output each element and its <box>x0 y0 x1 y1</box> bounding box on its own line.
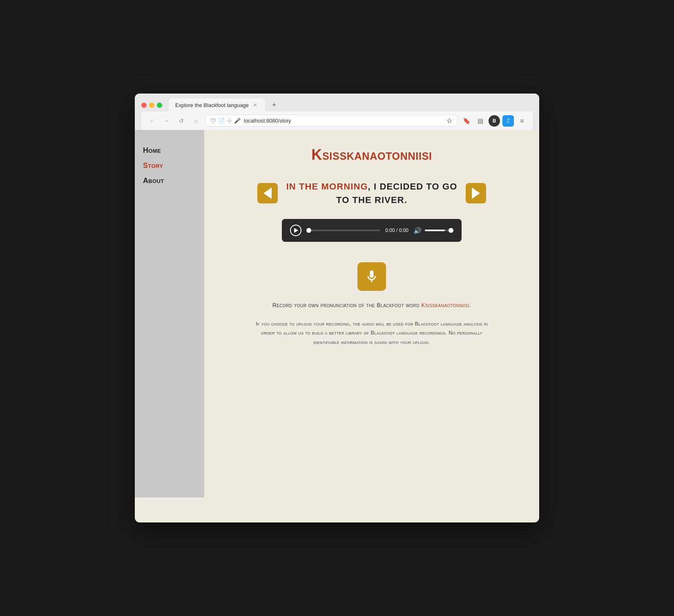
play-icon <box>294 228 298 233</box>
sidebar-item-story[interactable]: Story <box>143 161 196 170</box>
new-tab-button[interactable]: + <box>268 99 280 111</box>
story-highlight: In the morning <box>286 181 368 192</box>
time-display: 0:00 / 0:00 <box>385 228 408 233</box>
record-button[interactable] <box>357 262 386 291</box>
page-title: Ksisskanaotonniisi <box>311 146 432 163</box>
play-button[interactable] <box>290 225 301 236</box>
story-text: In the morning, I decided to go to the r… <box>286 180 458 207</box>
tab-bar: Explore the Blackfoot language ✕ + <box>141 98 533 112</box>
shield-icon: 🛡 <box>210 118 216 124</box>
volume-track[interactable] <box>425 230 453 231</box>
profile-button[interactable]: B <box>489 115 500 127</box>
zoom-button[interactable]: Z <box>502 115 514 127</box>
browser-toolbar: ← → ↺ ⌂ 🛡 📄 ⊹ 🎤 ☆ 🔖 ▤ B Z ≡ <box>141 112 533 130</box>
mic-address-icon: 🎤 <box>234 118 241 124</box>
home-button[interactable]: ⌂ <box>190 115 202 127</box>
right-arrow-icon <box>472 187 480 199</box>
privacy-text: If you choose to upload your recording, … <box>249 319 494 346</box>
pocket-icon[interactable]: 🔖 <box>461 115 472 127</box>
traffic-lights <box>141 103 162 108</box>
browser-window: Explore the Blackfoot language ✕ + ← → ↺… <box>135 94 539 522</box>
microphone-icon <box>364 269 379 284</box>
volume-container: 🔊 <box>413 227 453 234</box>
address-bar[interactable]: 🛡 📄 ⊹ 🎤 ☆ <box>205 115 458 127</box>
security-icons: 🛡 📄 ⊹ 🎤 <box>210 118 241 124</box>
url-input[interactable] <box>244 118 443 124</box>
volume-thumb[interactable] <box>449 228 453 233</box>
tab-close-button[interactable]: ✕ <box>252 102 259 108</box>
sidebar: Home Story About <box>135 130 204 498</box>
active-tab[interactable]: Explore the Blackfoot language ✕ <box>169 98 265 112</box>
back-button[interactable]: ← <box>146 115 158 127</box>
maximize-button[interactable] <box>157 103 162 108</box>
refresh-button[interactable]: ↺ <box>176 115 187 127</box>
mic-section: Record your own pronunciation of the Bla… <box>249 262 494 347</box>
toolbar-right-icons: 🔖 ▤ B Z ≡ <box>461 115 528 127</box>
progress-thumb[interactable] <box>306 228 311 233</box>
record-instruction-text: Record your own pronunciation of the Bla… <box>272 302 420 308</box>
forward-button[interactable]: → <box>161 115 172 127</box>
progress-track[interactable] <box>306 230 380 231</box>
sidebar-item-about[interactable]: About <box>143 176 196 185</box>
browser-chrome: Explore the Blackfoot language ✕ + ← → ↺… <box>135 94 539 130</box>
bookmark-icon[interactable]: ☆ <box>446 117 452 125</box>
next-story-button[interactable] <box>466 183 486 203</box>
record-word: Ksisskanaotonniisi <box>421 302 469 308</box>
record-instruction: Record your own pronunciation of the Bla… <box>272 301 471 310</box>
tab-title: Explore the Blackfoot language <box>175 102 249 108</box>
page-content: Home Story About Ksisskanaotonniisi In t… <box>135 130 539 498</box>
main-content: Ksisskanaotonniisi In the morning, I dec… <box>204 130 539 498</box>
sidebar-nav: Home Story About <box>143 146 196 185</box>
minimize-button[interactable] <box>149 103 154 108</box>
audio-player: 0:00 / 0:00 🔊 <box>282 219 462 242</box>
volume-icon[interactable]: 🔊 <box>413 227 422 234</box>
left-arrow-icon <box>263 187 272 199</box>
story-section: In the morning, I decided to go to the r… <box>229 180 515 207</box>
network-icon: ⊹ <box>227 118 232 124</box>
progress-container[interactable] <box>306 230 380 231</box>
reader-view-icon[interactable]: ▤ <box>475 115 486 127</box>
menu-button[interactable]: ≡ <box>516 115 528 127</box>
close-button[interactable] <box>141 103 147 108</box>
sidebar-item-home[interactable]: Home <box>143 146 196 155</box>
document-icon: 📄 <box>218 118 225 124</box>
record-period: . <box>469 302 471 308</box>
prev-story-button[interactable] <box>257 183 278 203</box>
volume-fill <box>425 230 445 231</box>
